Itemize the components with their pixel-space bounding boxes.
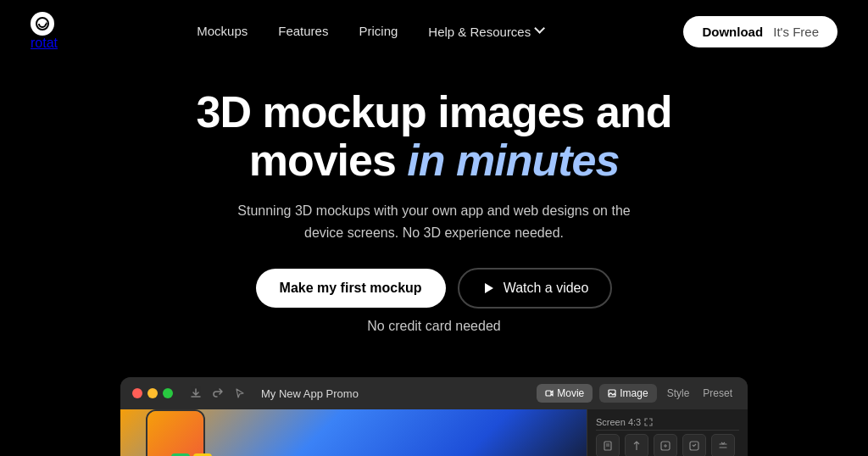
logo[interactable]: rotat — [31, 12, 58, 51]
app-content: Screen 4:3 — [120, 409, 748, 456]
cursor-icon[interactable] — [232, 386, 248, 401]
preset-label: Preset — [703, 387, 732, 399]
logo-icon — [31, 12, 54, 36]
chevron-down-icon — [534, 26, 544, 36]
nav-item-help[interactable]: Help & Resources — [428, 25, 544, 39]
cta-secondary-button[interactable]: Watch a video — [458, 268, 613, 309]
cta-secondary-label: Watch a video — [504, 281, 589, 296]
traffic-lights — [132, 388, 173, 398]
close-dot[interactable] — [132, 388, 142, 398]
app-side-panel: Screen 4:3 — [587, 409, 748, 456]
align-icon-3[interactable] — [654, 434, 677, 456]
no-credit-text: No credit card needed — [222, 315, 646, 337]
svg-marker-1 — [46, 22, 47, 25]
mode-image-button[interactable]: Image — [599, 384, 656, 403]
phone-screen — [147, 411, 203, 456]
app-titlebar: My New App Promo Movie Image Style Prese… — [120, 377, 748, 409]
panel-align-icons — [596, 434, 739, 456]
cta-primary-button[interactable]: Make my first mockup — [256, 269, 446, 308]
share-icon[interactable] — [210, 386, 225, 401]
hero-section: 3D mockup images and movies in minutes S… — [0, 63, 868, 377]
svg-rect-2 — [546, 391, 551, 396]
headline-line2: movies — [249, 136, 408, 185]
hero-headline: 3D mockup images and movies in minutes — [17, 88, 851, 185]
play-icon — [481, 281, 497, 296]
navbar: rotat Mockups Features Pricing Help & Re… — [0, 0, 868, 63]
app-window: My New App Promo Movie Image Style Prese… — [120, 377, 748, 456]
screen-expand-icon[interactable] — [644, 418, 653, 426]
minimize-dot[interactable] — [147, 388, 158, 398]
download-sub: It's Free — [773, 25, 819, 39]
headline-line1: 3D mockup images and — [197, 87, 672, 136]
mode-movie-button[interactable]: Movie — [537, 384, 593, 403]
phone-mockup — [146, 409, 205, 456]
align-icon-1[interactable] — [596, 434, 620, 456]
style-label: Style — [667, 387, 690, 399]
window-title: My New App Promo — [261, 387, 359, 400]
download-button[interactable]: Download It's Free — [683, 16, 837, 47]
download-icon[interactable] — [188, 386, 203, 401]
download-label: Download — [702, 25, 763, 39]
logo-text: rotat — [31, 36, 58, 50]
screen-label-row: Screen 4:3 — [596, 414, 739, 431]
align-icon-5[interactable] — [711, 434, 735, 456]
align-icon-4[interactable] — [682, 434, 706, 456]
nav-item-mockups[interactable]: Mockups — [197, 24, 248, 38]
titlebar-icons — [188, 386, 248, 401]
nav-links: Mockups Features Pricing Help & Resource… — [197, 24, 544, 39]
nav-item-features[interactable]: Features — [278, 24, 328, 38]
hero-subtext: Stunning 3D mockups with your own app an… — [222, 200, 646, 243]
maximize-dot[interactable] — [163, 388, 173, 398]
align-icon-2[interactable] — [625, 434, 648, 456]
app-canvas — [120, 409, 587, 456]
titlebar-right-controls: Movie Image Style Preset — [537, 384, 736, 403]
nav-item-pricing[interactable]: Pricing — [359, 24, 398, 38]
headline-highlight: in minutes — [407, 136, 619, 185]
hero-cta-group: Make my first mockup Watch a video — [17, 268, 851, 309]
screen-label-text: Screen 4:3 — [596, 417, 641, 427]
